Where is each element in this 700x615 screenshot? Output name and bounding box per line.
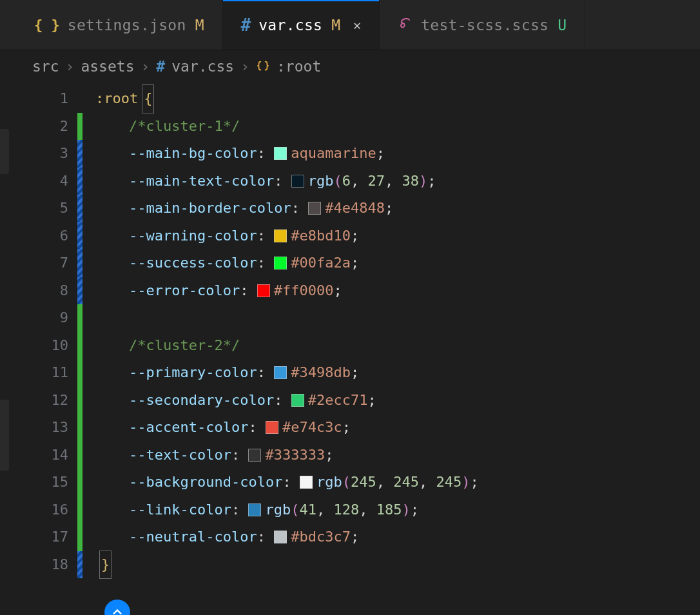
line-number: 10: [0, 332, 68, 360]
line-number: 12: [0, 387, 68, 415]
chevron-right-icon: ›: [141, 58, 150, 75]
line-number: 17: [0, 523, 68, 551]
diff-indicator: [77, 332, 83, 360]
git-status-badge: M: [195, 17, 204, 34]
color-swatch-icon[interactable]: [291, 394, 304, 407]
diff-indicator: [77, 304, 83, 332]
code-line[interactable]: }: [95, 551, 479, 579]
diff-indicator: [77, 387, 83, 415]
code-line[interactable]: /*cluster-1*/: [95, 113, 479, 141]
sass-icon: [398, 15, 413, 34]
scroll-up-hint-icon[interactable]: [104, 600, 130, 615]
diff-indicator: [77, 85, 83, 113]
close-icon[interactable]: ✕: [353, 19, 361, 32]
diff-indicator: [77, 222, 83, 250]
line-number: 15: [0, 469, 68, 496]
color-swatch-icon[interactable]: [257, 284, 270, 297]
color-swatch-icon[interactable]: [266, 421, 278, 434]
line-number: 14: [0, 442, 68, 469]
line-number: 18: [0, 551, 68, 579]
line-number: 13: [0, 414, 68, 442]
code-line[interactable]: --main-border-color: #4e4848;: [95, 195, 479, 222]
code-line[interactable]: --neutral-color: #bdc3c7;: [95, 523, 479, 551]
line-number: 3: [0, 140, 68, 168]
diff-indicator: [77, 551, 83, 579]
code-line[interactable]: --warning-color: #e8bd10;: [95, 222, 479, 250]
diff-indicator: [77, 469, 83, 496]
diff-indicator: [77, 113, 83, 141]
tab-bar: { }settings.jsonM#var.cssM✕test-scss.scs…: [0, 0, 700, 50]
chevron-right-icon: ›: [66, 58, 75, 75]
color-swatch-icon[interactable]: [274, 531, 287, 543]
breadcrumb-part[interactable]: assets: [81, 58, 134, 75]
diff-indicator: [77, 442, 83, 469]
line-number: 5: [0, 195, 68, 222]
color-swatch-icon[interactable]: [308, 202, 321, 215]
hash-icon: #: [156, 58, 165, 75]
editor[interactable]: 123456789101112131415161718 :root {/*clu…: [0, 80, 700, 578]
json-icon: { }: [34, 17, 60, 33]
tab-label: test-scss.scss: [421, 17, 549, 34]
tab-label: var.css: [258, 17, 322, 34]
code-line[interactable]: --link-color: rgb(41, 128, 185);: [95, 496, 479, 524]
hash-icon: #: [241, 15, 251, 35]
line-number: 6: [0, 222, 68, 250]
diff-indicator: [77, 277, 83, 305]
line-number: 2: [0, 113, 68, 141]
diff-gutter: [77, 84, 83, 578]
color-swatch-icon[interactable]: [274, 366, 287, 379]
color-swatch-icon[interactable]: [248, 503, 261, 516]
code-line[interactable]: --main-bg-color: aquamarine;: [95, 140, 479, 168]
tab-settings-json[interactable]: { }settings.jsonM: [16, 0, 223, 50]
activity-bar-hint: [0, 129, 9, 174]
line-number: 9: [0, 304, 68, 332]
diff-indicator: [77, 359, 83, 387]
code-line[interactable]: --main-text-color: rgb(6, 27, 38);: [95, 168, 479, 195]
breadcrumb-symbol[interactable]: :root: [277, 58, 321, 75]
braces-icon: [256, 59, 270, 73]
code-line[interactable]: --background-color: rgb(245, 245, 245);: [95, 469, 479, 496]
line-number: 11: [0, 359, 68, 387]
chevron-right-icon: ›: [240, 58, 249, 75]
code-line[interactable]: --secondary-color: #2ecc71;: [95, 387, 479, 415]
color-swatch-icon[interactable]: [274, 147, 287, 160]
tab-test-scss-scss[interactable]: test-scss.scssU: [380, 0, 585, 50]
breadcrumb-file[interactable]: var.css: [171, 58, 234, 75]
color-swatch-icon[interactable]: [248, 449, 261, 462]
line-number: 1: [0, 85, 68, 113]
code-line[interactable]: :root {: [95, 85, 479, 113]
code-line[interactable]: --success-color: #00fa2a;: [95, 249, 479, 277]
diff-indicator: [77, 414, 83, 442]
code-line[interactable]: [95, 304, 479, 332]
line-number: 16: [0, 496, 68, 524]
code-area[interactable]: :root {/*cluster-1*/--main-bg-color: aqu…: [83, 84, 479, 578]
code-line[interactable]: --primary-color: #3498db;: [95, 359, 479, 387]
diff-indicator: [77, 496, 83, 524]
line-number-gutter: 123456789101112131415161718: [0, 84, 77, 578]
color-swatch-icon[interactable]: [274, 257, 287, 269]
code-line[interactable]: --accent-color: #e74c3c;: [95, 414, 479, 442]
color-swatch-icon[interactable]: [300, 476, 313, 489]
activity-bar-hint: [0, 400, 9, 471]
line-number: 4: [0, 168, 68, 195]
git-status-badge: M: [331, 17, 340, 34]
diff-indicator: [77, 249, 83, 277]
diff-indicator: [77, 523, 83, 551]
line-number: 7: [0, 249, 68, 277]
diff-indicator: [77, 140, 83, 168]
code-line[interactable]: --text-color: #333333;: [95, 442, 479, 469]
line-number: 8: [0, 277, 68, 305]
color-swatch-icon[interactable]: [274, 229, 287, 242]
code-line[interactable]: /*cluster-2*/: [95, 332, 479, 360]
tab-label: settings.json: [68, 17, 186, 34]
code-line[interactable]: --error-color: #ff0000;: [95, 277, 479, 305]
breadcrumb-part[interactable]: src: [32, 58, 59, 75]
breadcrumb[interactable]: src › assets › # var.css › :root: [0, 50, 700, 80]
git-status-badge: U: [558, 17, 567, 34]
tab-var-css[interactable]: #var.cssM✕: [223, 0, 380, 50]
diff-indicator: [77, 168, 83, 195]
diff-indicator: [77, 195, 83, 222]
color-swatch-icon[interactable]: [291, 175, 304, 188]
